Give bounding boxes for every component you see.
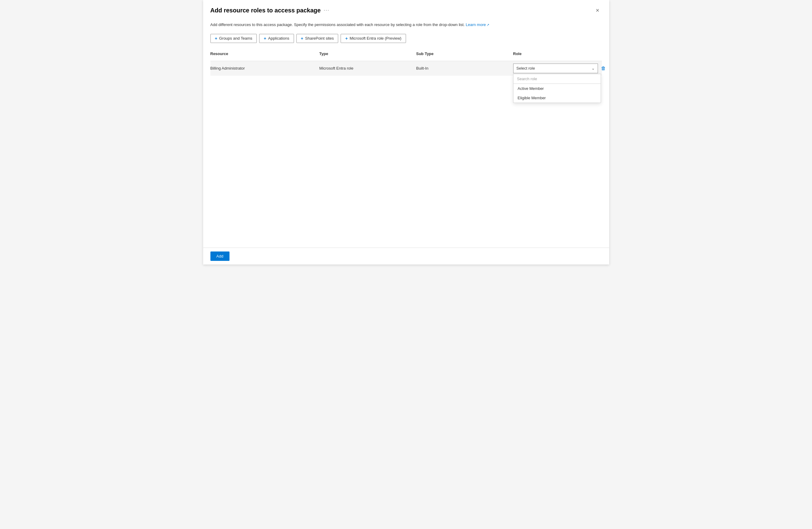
- tab-buttons: + Groups and Teams + Applications + Shar…: [211, 34, 602, 43]
- close-button[interactable]: ×: [593, 6, 602, 15]
- resource-cell: Billing Administrator: [211, 63, 319, 73]
- plus-icon-sharepoint: +: [301, 36, 303, 41]
- header-subtype: Sub Type: [416, 49, 513, 58]
- description: Add different resources to this access p…: [211, 22, 602, 28]
- active-member-option[interactable]: Active Member: [513, 84, 601, 93]
- applications-tab[interactable]: + Applications: [259, 34, 294, 43]
- table-row: Billing Administrator Microsoft Entra ro…: [211, 61, 602, 76]
- role-cell: Select role ⌄ Active Member Eligible Mem…: [513, 61, 607, 76]
- add-resource-roles-dialog: Add resource roles to access package ···…: [203, 0, 609, 265]
- applications-label: Applications: [268, 36, 289, 41]
- sharepoint-label: SharePoint sites: [305, 36, 334, 41]
- table-header: Resource Type Sub Type Role: [211, 49, 602, 61]
- learn-more-link[interactable]: Learn more↗: [466, 23, 489, 27]
- add-button[interactable]: Add: [211, 251, 230, 261]
- role-dropdown-popup: Active Member Eligible Member: [513, 74, 601, 103]
- plus-icon-entra: +: [345, 36, 348, 41]
- ellipsis-menu[interactable]: ···: [324, 8, 329, 13]
- search-role-input[interactable]: [513, 74, 601, 84]
- header-type: Type: [319, 49, 416, 58]
- select-role-dropdown[interactable]: Select role ⌄: [513, 63, 598, 73]
- type-cell: Microsoft Entra role: [319, 63, 416, 73]
- dropdown-chevron-icon: ⌄: [592, 66, 595, 71]
- trash-icon: 🗑: [601, 66, 606, 71]
- groups-teams-label: Groups and Teams: [219, 36, 252, 41]
- groups-teams-tab[interactable]: + Groups and Teams: [211, 34, 257, 43]
- subtype-cell: Built-In: [416, 63, 513, 73]
- dialog-footer: Add: [203, 248, 609, 265]
- plus-icon-groups: +: [215, 36, 217, 41]
- resource-table: Resource Type Sub Type Role Billing Admi…: [211, 49, 602, 240]
- header-role: Role: [513, 49, 602, 58]
- entra-label: Microsoft Entra role (Preview): [350, 36, 402, 41]
- header-resource: Resource: [211, 49, 319, 58]
- description-text: Add different resources to this access p…: [211, 23, 465, 27]
- external-link-icon: ↗: [487, 23, 489, 27]
- title-row: Add resource roles to access package ···: [211, 7, 330, 14]
- entra-role-tab[interactable]: + Microsoft Entra role (Preview): [340, 34, 406, 43]
- sharepoint-sites-tab[interactable]: + SharePoint sites: [296, 34, 338, 43]
- dialog-body: Add different resources to this access p…: [203, 19, 609, 248]
- plus-icon-applications: +: [264, 36, 266, 41]
- select-role-placeholder: Select role: [517, 66, 535, 71]
- dialog-title: Add resource roles to access package: [211, 7, 321, 14]
- eligible-member-option[interactable]: Eligible Member: [513, 93, 601, 103]
- dialog-header: Add resource roles to access package ···…: [203, 0, 609, 19]
- delete-row-button[interactable]: 🗑: [600, 64, 607, 72]
